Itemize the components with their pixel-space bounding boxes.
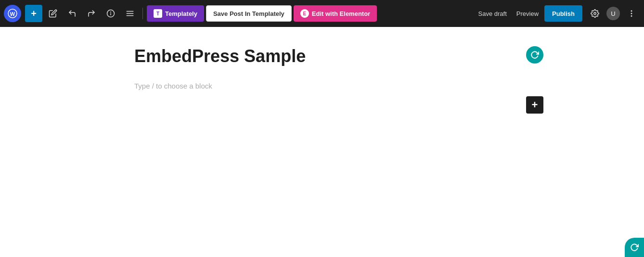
post-title[interactable]: EmbedPress Sample — [134, 46, 510, 66]
editor-content: EmbedPress Sample Type / to choose a blo… — [134, 46, 510, 257]
templately-button[interactable]: T Templately — [147, 5, 204, 22]
gear-icon — [591, 9, 599, 18]
pencil-icon — [49, 9, 57, 18]
tools-icon — [126, 9, 134, 18]
floating-actions: + — [526, 46, 543, 114]
redo-button[interactable] — [83, 5, 100, 22]
svg-point-11 — [631, 16, 632, 17]
svg-text:W: W — [10, 11, 15, 17]
elementor-icon: E — [300, 9, 309, 18]
save-draft-label: Save draft — [478, 10, 507, 17]
save-templately-label: Save Post In Templately — [213, 10, 284, 17]
undo-icon — [68, 9, 77, 18]
info-button[interactable] — [102, 5, 119, 22]
svg-point-9 — [631, 11, 632, 12]
bottom-right-float-button[interactable] — [625, 238, 644, 257]
svg-point-8 — [594, 13, 596, 15]
info-icon — [106, 9, 115, 18]
preview-button[interactable]: Preview — [513, 10, 542, 17]
toolbar-right-icons: U — [586, 5, 640, 22]
add-block-button[interactable]: + — [25, 5, 42, 22]
top-toolbar: W + — [0, 0, 644, 27]
templately-label: Templately — [165, 10, 197, 17]
placeholder-text: Type / to choose a block — [134, 82, 212, 90]
add-float-icon: + — [532, 100, 538, 110]
tools-button[interactable] — [121, 5, 139, 22]
wordpress-logo[interactable]: W — [4, 5, 21, 22]
publish-button[interactable]: Publish — [544, 5, 582, 22]
publish-label: Publish — [552, 10, 575, 17]
add-icon: + — [31, 8, 37, 19]
toolbar-separator — [142, 8, 143, 19]
more-options-button[interactable] — [623, 5, 640, 22]
save-draft-button[interactable]: Save draft — [475, 10, 511, 17]
settings-button[interactable] — [586, 5, 604, 22]
user-menu-button[interactable]: U — [605, 5, 622, 22]
undo-button[interactable] — [64, 5, 81, 22]
svg-point-10 — [631, 13, 632, 14]
redo-icon — [87, 9, 96, 18]
elementor-label: Edit with Elementor — [312, 10, 370, 17]
save-in-templately-button[interactable]: Save Post In Templately — [206, 5, 292, 22]
preview-label: Preview — [516, 10, 539, 17]
add-float-button[interactable]: + — [526, 96, 543, 114]
editor-area: EmbedPress Sample Type / to choose a blo… — [0, 27, 644, 257]
user-avatar: U — [606, 7, 620, 20]
templately-icon: T — [154, 9, 162, 18]
edit-tool-button[interactable] — [44, 5, 62, 22]
more-vertical-icon — [627, 9, 636, 18]
block-placeholder[interactable]: Type / to choose a block — [134, 78, 510, 94]
refresh-float-button[interactable] — [526, 46, 543, 64]
edit-with-elementor-button[interactable]: E Edit with Elementor — [294, 5, 377, 22]
